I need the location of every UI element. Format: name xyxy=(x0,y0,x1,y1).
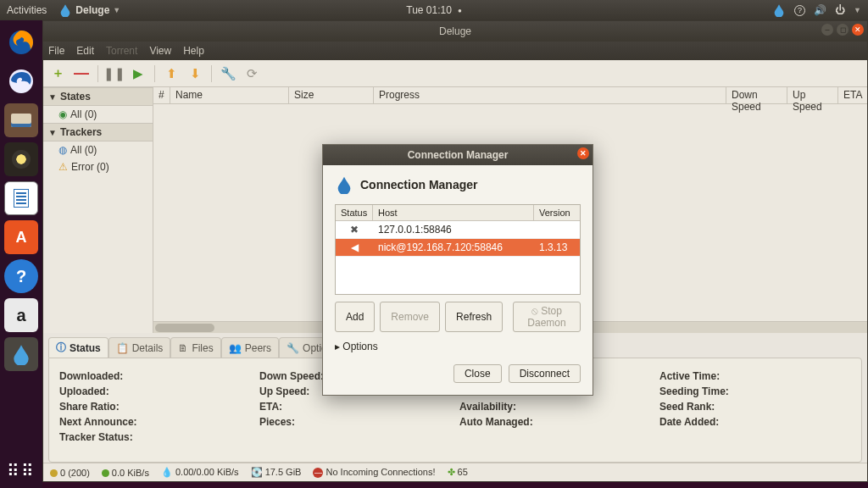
label-availability: Availability: xyxy=(459,401,651,413)
status-offline-icon: ✖ xyxy=(336,221,373,238)
firefox-launcher[interactable] xyxy=(4,25,38,59)
dialog-titlebar[interactable]: Connection Manager ✕ xyxy=(323,145,593,165)
label-tracker-status: Tracker Status: xyxy=(59,431,251,443)
menu-file[interactable]: File xyxy=(48,45,64,57)
label-next-announce: Next Announce: xyxy=(59,416,251,428)
menu-help[interactable]: Help xyxy=(183,45,204,57)
menu-edit[interactable]: Edit xyxy=(76,45,94,57)
label-uploaded: Uploaded: xyxy=(59,385,251,397)
col-down: Down Speed xyxy=(726,87,787,103)
col-eta: ETA xyxy=(838,87,867,103)
filter-tracker-all[interactable]: ◍All (0) xyxy=(43,141,153,158)
hosts-table-header[interactable]: Status Host Version xyxy=(336,205,580,221)
chevron-down-icon: ▼ xyxy=(113,6,120,14)
chevron-down-icon: ▼ xyxy=(854,6,861,14)
host-row[interactable]: ✖ 127.0.0.1:58846 xyxy=(336,221,580,239)
filter-state-all[interactable]: ◉All (0) xyxy=(43,106,153,123)
add-torrent-button[interactable]: ＋ xyxy=(48,64,67,83)
show-applications-button[interactable]: ⠿⠿ xyxy=(7,461,36,481)
add-host-button[interactable]: Add xyxy=(335,302,375,332)
label-date-added: Date Added: xyxy=(659,416,851,428)
disconnect-button[interactable]: Disconnect xyxy=(509,364,581,383)
status-download-speed[interactable]: 0.0 KiB/s xyxy=(102,468,149,478)
column-headers[interactable]: # Name Size Progress Down Speed Up Speed… xyxy=(153,87,867,104)
clock[interactable]: Tue 01:10● xyxy=(406,4,461,16)
status-dht[interactable]: ✤ 65 xyxy=(448,467,468,478)
deluge-tray-icon[interactable] xyxy=(772,3,786,17)
states-section-header[interactable]: ▼States xyxy=(43,87,153,106)
label-seeding-time: Seeding Time: xyxy=(659,385,851,397)
window-titlebar[interactable]: Deluge – ◻ ✕ xyxy=(43,21,867,42)
files-launcher[interactable] xyxy=(4,103,38,137)
menu-torrent: Torrent xyxy=(106,45,137,57)
dialog-heading: Connection Manager xyxy=(335,175,581,194)
label-auto-managed: Auto Managed: xyxy=(459,416,651,428)
status-connections[interactable]: 0 (200) xyxy=(50,468,90,478)
filter-sidebar: ▼States ◉All (0) ▼Trackers ◍All (0) ⚠Err… xyxy=(43,87,153,333)
pause-button[interactable]: ❚❚ xyxy=(105,64,124,83)
deluge-drop-icon xyxy=(335,175,353,194)
amazon-launcher[interactable]: a xyxy=(4,298,38,332)
software-center-launcher[interactable]: A xyxy=(4,220,38,254)
remove-torrent-button[interactable]: — xyxy=(72,64,91,83)
deluge-drop-icon xyxy=(58,3,72,17)
maximize-button[interactable]: ◻ xyxy=(837,24,849,36)
thunderbird-launcher[interactable] xyxy=(4,64,38,98)
deluge-launcher[interactable] xyxy=(4,337,38,371)
status-upload-speed[interactable]: 💧 0.00/0.00 KiB/s xyxy=(161,467,239,478)
label-seed-rank: Seed Rank: xyxy=(659,401,851,413)
minimize-button[interactable]: – xyxy=(821,24,833,36)
col-name: Name xyxy=(170,87,289,103)
status-disk-space[interactable]: 💽 17.5 GiB xyxy=(251,467,302,478)
label-eta: ETA: xyxy=(259,401,451,413)
col-num: # xyxy=(153,87,170,103)
tab-status[interactable]: ⓘStatus xyxy=(48,337,108,358)
tab-files[interactable]: 🗎Files xyxy=(170,337,220,358)
close-button[interactable]: ✕ xyxy=(852,24,864,36)
active-app-menu[interactable]: Deluge ▼ xyxy=(58,3,120,17)
window-title: Deluge xyxy=(439,25,471,37)
dialog-title: Connection Manager xyxy=(408,149,509,161)
label-share-ratio: Share Ratio: xyxy=(59,401,251,413)
a11y-icon[interactable]: ? xyxy=(794,5,805,16)
tab-peers[interactable]: 👥Peers xyxy=(221,337,279,358)
connection-manager-button[interactable]: ⟳ xyxy=(242,64,261,83)
resume-button[interactable]: ▶ xyxy=(129,64,147,83)
activities-button[interactable]: Activities xyxy=(7,4,47,16)
dialog-close-button[interactable]: ✕ xyxy=(577,147,589,159)
tab-details[interactable]: 📋Details xyxy=(108,337,171,358)
power-icon[interactable]: ⏻ xyxy=(835,4,845,16)
queue-up-button[interactable]: ⬆ xyxy=(162,64,181,83)
libreoffice-writer-launcher[interactable] xyxy=(4,181,38,215)
connection-manager-dialog: Connection Manager ✕ Connection Manager … xyxy=(322,144,593,396)
toolbar: ＋ — ❚❚ ▶ ⬆ ⬇ 🔧 ⟳ xyxy=(43,60,867,87)
options-expander[interactable]: ▸ Options xyxy=(335,341,581,352)
menu-view[interactable]: View xyxy=(149,45,171,57)
trackers-section-header[interactable]: ▼Trackers xyxy=(43,123,153,141)
filter-tracker-error[interactable]: ⚠Error (0) xyxy=(43,158,153,175)
status-connected-icon: ◀ xyxy=(336,239,373,256)
label-pieces: Pieces: xyxy=(259,416,451,428)
col-size: Size xyxy=(289,87,374,103)
menu-bar: File Edit Torrent View Help xyxy=(43,42,867,60)
label-downloaded: Downloaded: xyxy=(59,370,251,382)
col-progress: Progress xyxy=(374,87,726,103)
gnome-top-panel: Activities Deluge ▼ Tue 01:10● ? 🔊 ⏻ ▼ xyxy=(0,0,868,20)
dialog-close-action-button[interactable]: Close xyxy=(453,364,502,383)
rhythmbox-launcher[interactable] xyxy=(4,142,38,176)
active-app-label: Deluge xyxy=(75,4,109,16)
stop-daemon-button: ⦸Stop Daemon xyxy=(513,302,581,332)
preferences-button[interactable]: 🔧 xyxy=(219,64,237,83)
remove-host-button: Remove xyxy=(380,302,440,332)
host-row-selected[interactable]: ◀ nick@192.168.7.120:58846 1.3.13 xyxy=(336,239,580,257)
status-bar: 0 (200) 0.0 KiB/s 💧 0.00/0.00 KiB/s 💽 17… xyxy=(43,463,867,481)
launcher-dock: A ? a ⠿⠿ xyxy=(0,20,42,488)
label-active-time: Active Time: xyxy=(659,370,851,382)
hosts-table: Status Host Version ✖ 127.0.0.1:58846 ◀ … xyxy=(335,204,581,295)
volume-icon[interactable]: 🔊 xyxy=(814,4,826,16)
help-launcher[interactable]: ? xyxy=(4,259,38,293)
refresh-button[interactable]: Refresh xyxy=(445,302,503,332)
status-warning[interactable]: — No Incoming Connections! xyxy=(313,467,435,478)
col-up: Up Speed xyxy=(787,87,838,103)
queue-down-button[interactable]: ⬇ xyxy=(186,64,204,83)
